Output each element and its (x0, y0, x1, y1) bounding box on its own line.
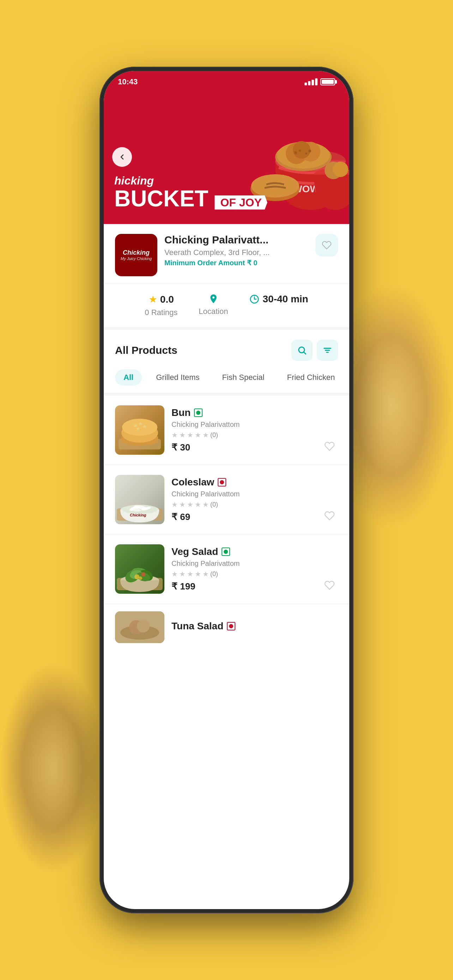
battery-icon (320, 78, 335, 85)
products-header: All Products (104, 330, 349, 366)
tab-grilled[interactable]: Grilled Items (148, 369, 208, 386)
star-icon: ★ (149, 294, 157, 305)
svg-point-49 (134, 574, 139, 579)
restaurant-favorite-button[interactable] (315, 234, 338, 256)
product-details-coleslaw: Coleslaw Chicking Palarivattom ★ ★ ★ ★ ★… (172, 477, 338, 522)
product-name-tuna-salad: Tuna Salad (172, 620, 223, 632)
product-image-veg-salad (115, 544, 164, 594)
product-list: Bun Chicking Palarivattom ★ ★ ★ ★ ★ (0) (104, 395, 349, 650)
header-actions (291, 340, 338, 361)
svg-point-13 (333, 162, 348, 177)
product-price-bun: ₹ 30 (172, 442, 338, 453)
product-name-coleslaw: Coleslaw (172, 477, 214, 488)
phone-screen: 10:43 (104, 71, 349, 909)
rating-label: 0 Ratings (145, 308, 178, 317)
product-name-veg-salad: Veg Salad (172, 546, 218, 557)
delivery-stat: 30-40 min (249, 294, 308, 317)
product-item-tuna-salad: Tuna Salad (104, 604, 349, 650)
product-details-tuna-salad: Tuna Salad (172, 620, 338, 634)
signal-icon (304, 78, 318, 85)
product-restaurant-veg-salad: Chicking Palarivattom (172, 560, 338, 568)
nonveg-badge-tuna (227, 622, 235, 630)
heart-outline-icon (324, 441, 335, 452)
hero-banner: hicking BUCKET OF JOY (104, 90, 349, 224)
product-price-veg-salad: ₹ 199 (172, 581, 338, 592)
svg-point-5 (293, 141, 310, 159)
svg-point-55 (137, 620, 149, 633)
status-bar: 10:43 (104, 71, 349, 90)
product-price-coleslaw: ₹ 69 (172, 512, 338, 522)
status-time: 10:43 (118, 77, 138, 86)
review-count-veg-salad: (0) (210, 570, 218, 578)
product-item-bun: Bun Chicking Palarivattom ★ ★ ★ ★ ★ (0) (104, 395, 349, 465)
review-count-coleslaw: (0) (210, 501, 218, 508)
svg-line-21 (304, 352, 305, 354)
product-image-bun (115, 405, 164, 455)
restaurant-address: Veerath Complex, 3rd Floor, ... (164, 248, 308, 257)
svg-point-50 (141, 572, 145, 576)
category-tabs: All Grilled Items Fish Special Fried Chi… (104, 366, 349, 395)
products-title: All Products (115, 344, 178, 356)
restaurant-logo: Chicking My Juicy Chicking (115, 234, 157, 276)
product-image-coleslaw: Chicking (115, 475, 164, 524)
favorite-button-coleslaw[interactable] (321, 507, 338, 524)
filter-icon (323, 345, 332, 355)
logo-text: Chicking My Juicy Chicking (121, 249, 152, 261)
restaurant-name: Chicking Palarivatt... (164, 234, 308, 246)
product-stars-bun: ★ ★ ★ ★ ★ (0) (172, 431, 338, 439)
hero-brand: hicking (114, 174, 267, 187)
svg-text:Chicking: Chicking (130, 513, 146, 517)
product-details-veg-salad: Veg Salad Chicking Palarivattom ★ ★ ★ ★ … (172, 546, 338, 592)
restaurant-info: Chicking My Juicy Chicking Chicking Pala… (104, 224, 349, 284)
location-stat[interactable]: Location (199, 294, 228, 317)
hero-text: hicking BUCKET OF JOY (114, 174, 267, 210)
hero-title-line1: BUCKET OF JOY (114, 187, 267, 210)
search-button[interactable] (291, 340, 313, 361)
location-pin-icon (208, 294, 219, 304)
search-icon (297, 345, 307, 355)
status-icons (304, 78, 335, 85)
product-stars-veg-salad: ★ ★ ★ ★ ★ (0) (172, 570, 338, 578)
favorite-button-bun[interactable] (321, 438, 338, 455)
chevron-left-icon (118, 153, 126, 161)
svg-point-29 (122, 419, 157, 436)
back-button[interactable] (112, 147, 132, 167)
product-details-bun: Bun Chicking Palarivattom ★ ★ ★ ★ ★ (0) (172, 407, 338, 453)
hero-flag: OF JOY (215, 196, 267, 210)
filter-button[interactable] (317, 340, 338, 361)
restaurant-details: Chicking Palarivatt... Veerath Complex, … (164, 234, 308, 267)
svg-point-8 (308, 150, 311, 153)
nonveg-badge-coleslaw (218, 478, 226, 487)
svg-point-51 (139, 576, 142, 580)
phone-frame: 10:43 (100, 67, 353, 913)
location-label: Location (199, 307, 228, 316)
favorite-button-veg-salad[interactable] (321, 577, 338, 594)
svg-point-9 (305, 153, 307, 154)
veg-badge-bun (194, 409, 202, 417)
product-image-tuna-salad (115, 611, 164, 643)
product-restaurant-coleslaw: Chicking Palarivattom (172, 490, 338, 498)
product-stars-coleslaw: ★ ★ ★ ★ ★ (0) (172, 500, 338, 509)
rating-stat: ★ 0.0 0 Ratings (145, 294, 178, 317)
veg-badge-veg-salad (222, 547, 230, 556)
tab-all[interactable]: All (115, 369, 142, 386)
heart-outline-icon-3 (324, 580, 335, 590)
bg-decoration-left (0, 662, 106, 874)
product-item-veg-salad: Veg Salad Chicking Palarivattom ★ ★ ★ ★ … (104, 535, 349, 604)
rating-value: 0.0 (160, 294, 174, 305)
delivery-time: 30-40 min (262, 294, 308, 305)
svg-point-7 (299, 150, 301, 152)
timer-icon (249, 294, 260, 304)
heart-outline-icon-2 (324, 511, 335, 521)
svg-point-6 (294, 151, 297, 154)
min-order: Minimum Order Amount ₹ 0 (164, 259, 308, 267)
review-count-bun: (0) (210, 431, 218, 439)
heart-icon (322, 240, 332, 250)
product-item-coleslaw: Chicking Coleslaw Chicking Palarivattom … (104, 465, 349, 535)
stats-row: ★ 0.0 0 Ratings Location (104, 284, 349, 330)
tab-fried[interactable]: Fried Chicken (278, 369, 343, 386)
product-name-bun: Bun (172, 407, 191, 418)
tab-fish[interactable]: Fish Special (214, 369, 273, 386)
product-restaurant-bun: Chicking Palarivattom (172, 420, 338, 429)
